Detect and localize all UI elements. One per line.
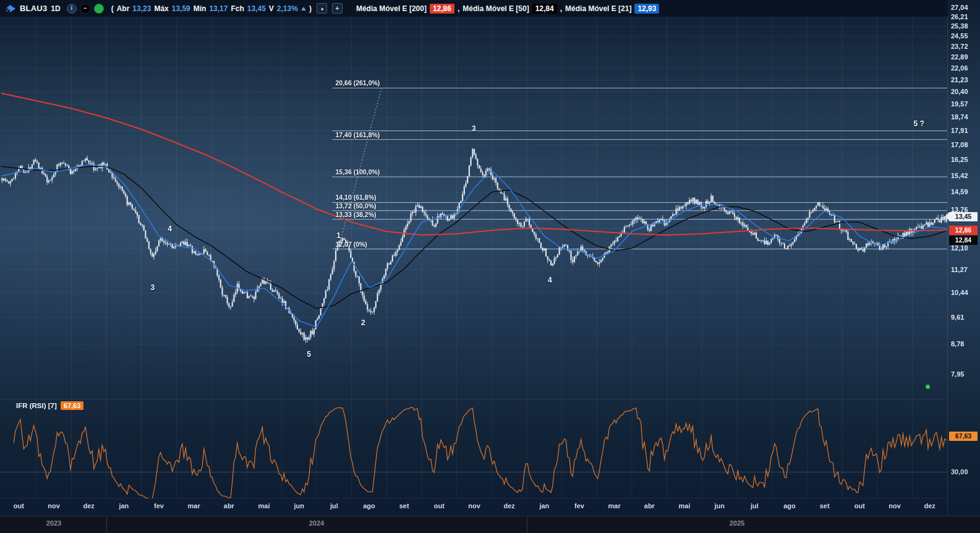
cursor-tool-button[interactable]: ▲ [317, 3, 327, 14]
ma200-tag: 12,86 [949, 226, 978, 235]
low-label: Mín [194, 4, 207, 13]
fib-level-label[interactable]: 20,66 (261,0%) [336, 79, 380, 87]
wave-label[interactable]: 3 [143, 283, 162, 292]
symbol-label[interactable]: BLAU3 [20, 4, 47, 13]
price-tick: 26,21 [951, 13, 968, 20]
timeframe-label[interactable]: 1D [51, 4, 60, 13]
year-label: 2025 [718, 519, 756, 527]
wave-label[interactable]: 4 [161, 224, 179, 233]
rsi-title[interactable]: IFR (RSI) [7] [16, 402, 57, 409]
month-label: set [812, 502, 837, 510]
month-label: ago [777, 502, 802, 510]
price-tick: 8,78 [951, 340, 964, 348]
wave-label[interactable]: 5 ? [910, 119, 928, 128]
legend-separator: , [560, 4, 562, 13]
month-label: abr [216, 502, 241, 510]
price-tick: 10,44 [951, 289, 968, 296]
month-label: jan [532, 502, 556, 510]
rsi-indicator-header: IFR (RSI) [7] 67,63 [16, 401, 83, 410]
price-tick: 17,91 [951, 127, 968, 134]
ma50-tag: 12,84 [949, 236, 978, 245]
month-label: fev [567, 502, 592, 510]
price-tick: 19,57 [951, 100, 968, 108]
month-label: dez [77, 502, 101, 510]
paren-close: ) [309, 4, 312, 13]
month-label: mar [602, 502, 627, 510]
fib-level-label[interactable]: 15,36 (100,0%) [336, 168, 380, 176]
change-up-icon [301, 7, 306, 11]
price-tick: 20,40 [951, 88, 968, 95]
fib-level-label[interactable]: 13,33 (38,2%) [336, 211, 377, 218]
variation-value: 2,13% [277, 4, 298, 13]
month-label: nov [462, 502, 487, 510]
year-separator [106, 516, 107, 533]
price-tick: 27,04 [951, 4, 968, 11]
month-label: nov [882, 502, 907, 510]
add-indicator-button[interactable]: + [332, 3, 343, 14]
open-label: Abr [117, 4, 130, 13]
month-label: jun [707, 502, 732, 510]
rsi-level-label: 30,00 [951, 468, 968, 475]
month-label: dez [497, 502, 522, 510]
price-tick: 21,23 [951, 76, 968, 83]
ma-value-badge-ema200[interactable]: 12,86 [430, 4, 454, 14]
price-tick: 12,10 [951, 244, 968, 252]
fib-level-label[interactable]: 13,72 (50,0%) [336, 202, 377, 210]
info-circle-icon[interactable]: i [67, 4, 77, 14]
app-logo-icon [5, 4, 16, 13]
collapse-circle-icon[interactable]: − [80, 4, 90, 14]
month-label: jul [322, 502, 346, 510]
wave-label[interactable]: 3 [464, 124, 483, 133]
moving-average-legend: Média Móvel E [200]12,86, Média Móvel E … [356, 4, 660, 14]
rsi-value-tag: 67,63 [949, 432, 978, 441]
ma-label-ema50: Média Móvel E [50] [462, 4, 529, 13]
last-price-tag: 13,45 [949, 212, 978, 221]
price-tick: 11,27 [951, 266, 968, 273]
event-marker-dot [926, 385, 930, 389]
ohlc-readout: ( Abr 13,23 Máx 13,59 Mín 13,17 Fch 13,4… [111, 4, 312, 13]
price-tick: 16,25 [951, 156, 968, 163]
year-navigation-bar[interactable]: 202320242025 [0, 516, 980, 533]
low-value: 13,17 [209, 4, 228, 13]
month-label: out [427, 502, 451, 510]
fib-level-label[interactable]: 14,10 (61,8%) [336, 194, 377, 201]
month-label: jan [111, 502, 136, 510]
high-label: Máx [154, 4, 168, 13]
wave-label[interactable]: 1 [330, 231, 348, 240]
rsi-value-badge[interactable]: 67,63 [61, 401, 84, 410]
ma-label-ema21: Média Móvel E [21] [565, 4, 631, 13]
year-label: 2023 [35, 519, 72, 527]
month-label: abr [637, 502, 662, 510]
ma-value-badge-ema50[interactable]: 12,84 [532, 4, 557, 14]
close-label: Fch [231, 4, 244, 13]
chart-header-toolbar: BLAU3 1D i − ( Abr 13,23 Máx 13,59 Mín 1… [0, 0, 948, 17]
ma-value-badge-ema21[interactable]: 12,93 [634, 4, 659, 14]
month-label: jul [742, 502, 767, 510]
wave-label[interactable]: 4 [540, 276, 559, 284]
ma-label-ema200: Média Móvel E [200] [356, 4, 427, 13]
month-label: ago [357, 502, 381, 510]
variation-label: V [269, 4, 274, 13]
price-tick: 18,74 [951, 113, 968, 121]
paren-open: ( [111, 4, 114, 13]
price-tick: 17,08 [951, 141, 968, 148]
fib-level-label[interactable]: 17,40 (161,8%) [336, 131, 380, 139]
trading-platform-window: BLAU3 1D i − ( Abr 13,23 Máx 13,59 Mín 1… [0, 0, 980, 533]
month-label: out [847, 502, 872, 510]
month-label: fev [147, 502, 171, 510]
month-label: jun [287, 502, 312, 510]
high-value: 13,59 [172, 4, 190, 13]
wave-label[interactable]: 2 [354, 318, 372, 327]
wave-label[interactable]: 5 [300, 350, 318, 359]
month-label: mai [672, 502, 697, 510]
legend-separator: , [458, 4, 459, 13]
cursor-icon: ▲ [318, 5, 325, 12]
fib-level-label[interactable]: 12,07 (0%) [336, 241, 367, 248]
price-tick: 23,72 [951, 43, 968, 50]
month-label: dez [918, 502, 942, 510]
month-label: mai [252, 502, 276, 510]
chart-canvas[interactable] [0, 0, 980, 533]
month-label: set [392, 502, 417, 510]
status-connected-icon[interactable] [94, 4, 104, 14]
price-tick: 7,95 [951, 370, 964, 378]
